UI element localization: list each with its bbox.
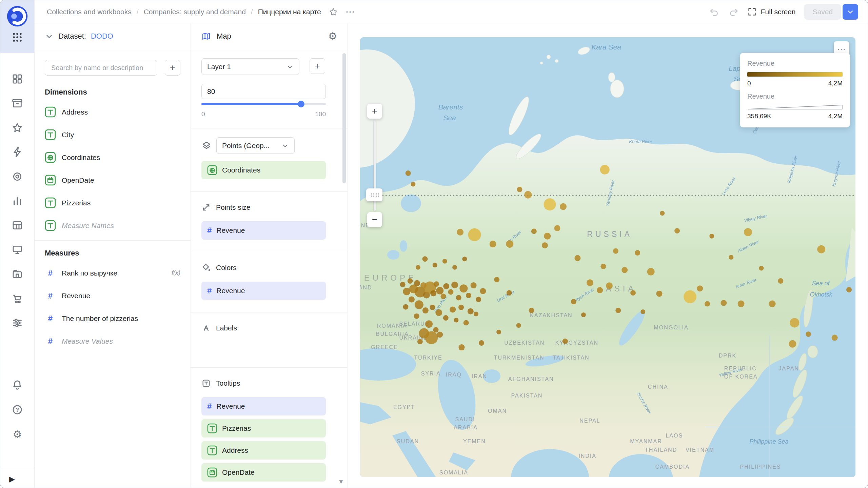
apps-grid-button[interactable] — [12, 32, 23, 43]
geotype-select[interactable]: Points (Geop... — [216, 137, 295, 154]
sliders-icon — [12, 317, 23, 329]
legend-size-max: 4,2M — [828, 113, 843, 120]
svg-text:?: ? — [16, 407, 19, 413]
svg-text:VIETNAM: VIETNAM — [686, 447, 714, 453]
field-search-row: + — [45, 60, 180, 76]
field-chip-points-size-revenue[interactable]: # Revenue — [201, 221, 326, 240]
rail-bottom: ? ⚙ — [0, 379, 34, 440]
field-chip-colors-revenue[interactable]: # Revenue — [201, 282, 326, 300]
geo-layer-icon — [201, 141, 212, 151]
legend-size-title: Revenue — [747, 93, 843, 100]
field-chip-tooltip-address[interactable]: Address — [201, 441, 326, 460]
svg-text:Okhotsk: Okhotsk — [810, 291, 833, 298]
slider-labels: 0 100 — [201, 110, 326, 118]
saved-button[interactable]: Saved — [804, 4, 841, 20]
zoom-drag-handle[interactable] — [366, 188, 382, 201]
field-row-measure-names[interactable]: Measure Names — [45, 214, 180, 237]
svg-text:PHILIPPINES: PHILIPPINES — [740, 464, 781, 470]
zoom-in-button[interactable]: + — [367, 104, 382, 119]
geotype-select-value: Points (Geop... — [222, 142, 277, 150]
breadcrumb: Collections and workbooks / Companies: s… — [47, 8, 321, 16]
breadcrumb-collections[interactable]: Collections and workbooks — [47, 8, 132, 16]
rail-collections-button[interactable] — [12, 73, 23, 85]
field-label: Revenue — [62, 292, 90, 300]
breadcrumb-separator: / — [137, 8, 139, 16]
colors-title: Colors — [216, 264, 237, 272]
measure-icon: # — [45, 291, 56, 301]
add-field-button[interactable]: + — [165, 60, 180, 76]
monitor-icon — [12, 244, 23, 256]
dataset-header[interactable]: Dataset: DODO — [35, 23, 191, 49]
settings-button[interactable]: ⚙ — [12, 429, 23, 440]
map-canvas[interactable]: Kara SeaBarentsSeaLaptevSeaSea ofOkhotsk… — [360, 37, 855, 477]
text-field-icon — [45, 106, 56, 118]
rail-connections-button[interactable] — [12, 146, 23, 158]
breadcrumb-workbook[interactable]: Companies: supply and demand — [144, 8, 246, 16]
svg-text:NEPAL: NEPAL — [579, 418, 600, 424]
svg-text:Philippine Sea: Philippine Sea — [749, 438, 788, 445]
field-row-opendate[interactable]: OpenDate — [45, 169, 180, 191]
field-search-input[interactable] — [45, 60, 157, 76]
slider-max: 100 — [315, 110, 326, 118]
rail-marketplace-button[interactable] — [12, 293, 23, 304]
rail-favorites-button[interactable] — [12, 122, 23, 134]
field-row-pizzerias[interactable]: Pizzerias — [45, 191, 180, 214]
dataset-name-link[interactable]: DODO — [91, 32, 113, 41]
points-size-title: Points size — [216, 203, 251, 211]
rail-storage-button[interactable] — [12, 268, 23, 280]
full-screen-button[interactable]: Full screen — [747, 7, 796, 17]
layer-select[interactable]: Layer 1 — [201, 58, 299, 75]
undo-button[interactable] — [709, 7, 719, 17]
datalens-logo[interactable] — [6, 5, 28, 27]
rail-charts-button[interactable] — [12, 195, 23, 207]
field-row-coordinates[interactable]: Coordinates — [45, 146, 180, 169]
favorite-star-button[interactable] — [329, 7, 338, 17]
notifications-button[interactable] — [12, 379, 23, 391]
svg-text:PAKISTAN: PAKISTAN — [511, 393, 543, 399]
rail-services-button[interactable] — [12, 171, 23, 182]
save-dropdown-button[interactable] — [843, 4, 858, 20]
field-row-city[interactable]: City — [45, 123, 180, 146]
breadcrumb-current[interactable]: Пиццерии на карте — [258, 8, 321, 16]
field-row-measure-values[interactable]: # Measure Values — [45, 330, 180, 352]
opacity-value: 80 — [207, 87, 215, 96]
field-chip-tooltip-opendate[interactable]: OpenDate — [201, 463, 326, 482]
svg-text:KYRGYZSTAN: KYRGYZSTAN — [555, 340, 598, 346]
add-layer-button[interactable]: + — [310, 58, 325, 74]
scroll-down-caret[interactable]: ▾ — [339, 477, 343, 486]
redo-button[interactable] — [728, 7, 738, 17]
more-actions-button[interactable]: ⋯ — [346, 6, 356, 17]
field-row-rank[interactable]: # Rank по выручке f(x) — [45, 262, 180, 284]
svg-text:Sea of: Sea of — [812, 280, 830, 287]
svg-text:MONGOLIA: MONGOLIA — [654, 325, 688, 330]
field-chip-coordinates[interactable]: Coordinates — [201, 161, 326, 179]
svg-text:ARABIA: ARABIA — [454, 425, 478, 430]
chart-settings-button[interactable]: ⚙ — [328, 31, 337, 41]
panel-scrollbar[interactable] — [342, 53, 346, 183]
slider-thumb[interactable] — [298, 101, 304, 107]
field-chip-tooltip-revenue[interactable]: # Revenue — [201, 397, 326, 415]
opacity-input[interactable]: 80 — [201, 84, 326, 99]
measure-icon: # — [45, 268, 56, 278]
zoom-out-button[interactable]: − — [367, 212, 382, 227]
field-label: Coordinates — [62, 154, 100, 162]
field-chip-tooltip-pizzerias[interactable]: Pizzerias — [201, 419, 326, 438]
svg-text:BULGARIA: BULGARIA — [376, 331, 409, 337]
rail-tables-button[interactable] — [12, 220, 23, 231]
rail-settings-panel-button[interactable] — [12, 317, 23, 329]
field-row-address[interactable]: Address — [45, 101, 180, 123]
rail-archive-button[interactable] — [12, 98, 23, 109]
svg-text:AFGHANISTAN: AFGHANISTAN — [508, 376, 554, 382]
expand-panel-button[interactable]: ▶ — [9, 475, 15, 484]
rail-dashboards-button[interactable] — [12, 244, 23, 256]
chart-config-panel: Map ⚙ Layer 1 + 80 0 100 — [191, 23, 348, 488]
field-row-number-of-pizzerias[interactable]: # The number of pizzerias — [45, 307, 180, 330]
opacity-slider[interactable] — [201, 100, 326, 107]
field-label: Address — [62, 108, 88, 116]
svg-text:Kara Sea: Kara Sea — [591, 43, 621, 51]
help-button[interactable]: ? — [12, 404, 23, 415]
drag-dots-icon — [370, 193, 379, 197]
field-row-revenue[interactable]: # Revenue — [45, 284, 180, 307]
text-field-icon — [45, 220, 56, 231]
chevron-down-icon — [846, 8, 854, 16]
